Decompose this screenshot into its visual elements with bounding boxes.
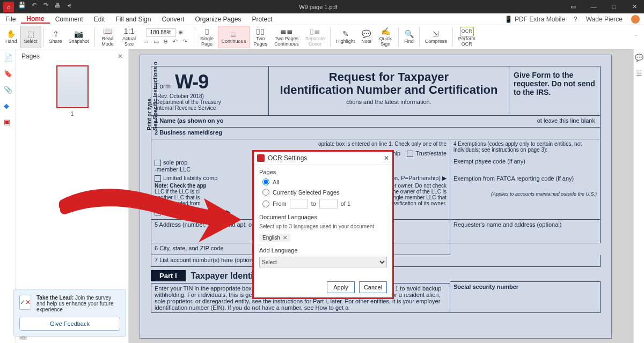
cover-icon: ▯≣ [310, 27, 320, 36]
separate-cover[interactable]: ▯≣Separate Cover [302, 26, 328, 48]
w9-ssn: Social security number [450, 281, 601, 313]
bookmarks-icon[interactable]: 🔖 [4, 70, 12, 78]
menu-convert[interactable]: Convert [156, 16, 189, 23]
rotate-right-icon[interactable]: ↷ [181, 38, 189, 46]
close-window-icon[interactable]: ✕ [625, 0, 644, 13]
apply-button[interactable]: Apply [327, 281, 355, 293]
give-feedback-button[interactable]: Give Feedback [19, 317, 120, 331]
fit-width-icon[interactable]: ↔ [142, 38, 151, 46]
select-icon: ⬚ [27, 29, 34, 39]
radio-all-input[interactable] [262, 178, 269, 185]
page-thumbnail-1[interactable] [56, 65, 89, 108]
hand-tool[interactable]: ✋Hand [2, 26, 20, 48]
w9-trust: Trust/estate [415, 150, 447, 156]
w9-line1: 1 Name (as shown on yo [155, 117, 223, 124]
share-icon[interactable]: ⪪ [65, 2, 73, 9]
continuous[interactable]: ≣Continuous [218, 26, 250, 48]
add-lang-select[interactable]: Select [259, 257, 387, 267]
lang-hint: Select up to 3 languages used in your do… [259, 223, 387, 229]
radio-from-input[interactable] [262, 200, 269, 207]
continuous-label: Continuous [222, 39, 246, 44]
lang-chip-english: English✕ [259, 234, 290, 242]
w9-note: Note: Check the app [155, 183, 207, 189]
actual-size[interactable]: 1:1Actual Size [119, 26, 140, 48]
home-icon[interactable]: ⌂ [3, 2, 14, 12]
collapse-ribbon-icon[interactable]: ˄ [635, 34, 642, 40]
thumbnails-icon[interactable]: 📄 [4, 54, 12, 62]
zoom-input[interactable] [147, 28, 175, 37]
redo-icon[interactable]: ↷ [42, 2, 49, 9]
attachments-icon[interactable]: 📎 [4, 86, 12, 94]
comments-panel-icon[interactable]: 💬 [635, 54, 643, 62]
feedback-title: Take the Lead: [36, 295, 74, 301]
radio-selected[interactable]: Currently Selected Pages [259, 189, 387, 196]
rotate-left-icon[interactable]: ↶ [171, 38, 180, 46]
radio-selected-input[interactable] [262, 189, 269, 196]
menu-protect[interactable]: Protect [247, 16, 278, 23]
single-label: Single Page [200, 36, 214, 47]
actual-label: Actual Size [122, 36, 136, 47]
snapshot-tool[interactable]: 📷Snapshot [65, 26, 92, 48]
two-pages[interactable]: ▯▯Two Pages [250, 26, 271, 48]
menu-edit[interactable]: Edit [89, 16, 111, 23]
w9-exempt-payee: Exempt payee code (if any) [453, 158, 597, 165]
feedback-icon: ✓✕ [19, 295, 31, 310]
feedback-prompt: ✓✕ Take the Lead: Join the survey and he… [13, 289, 126, 337]
chip-remove-icon[interactable]: ✕ [283, 235, 287, 241]
menu-home[interactable]: Home [21, 15, 49, 24]
w9-line2: 2 Business name/disreg [155, 129, 222, 136]
maximize-icon[interactable]: □ [604, 0, 624, 13]
mobile-link[interactable]: 📱 PDF Extra Mobile [500, 16, 569, 23]
w9-llc1: sole prop [163, 159, 187, 166]
nt4: classification of its owner. [386, 200, 447, 206]
note-icon: 💬 [362, 29, 371, 39]
chip-label: English [262, 235, 280, 241]
undo-icon[interactable]: ↶ [30, 2, 38, 9]
minimize-icon[interactable]: — [584, 0, 603, 13]
radio-all[interactable]: All [259, 178, 387, 185]
select-tool[interactable]: ⬚Select [20, 26, 41, 48]
menu-organize-pages[interactable]: Organize Pages [189, 16, 246, 23]
share-ribbon-icon: ⇪ [53, 29, 59, 39]
fit-page-icon[interactable]: ▭ [152, 38, 160, 46]
help-icon[interactable]: ? [569, 16, 582, 23]
share-tool[interactable]: ⇪Share [46, 26, 65, 48]
doc-lang-label: Document Languages [259, 214, 387, 220]
two-pages-continuous[interactable]: ≣≣Two Pages Continuous [271, 26, 302, 48]
menu-file[interactable]: File [0, 16, 21, 23]
w9-exempt-hdr: 4 Exemptions (codes apply only to certai… [453, 141, 597, 153]
read-mode[interactable]: 📖Read Mode [97, 26, 119, 48]
dialog-close-icon[interactable]: ✕ [384, 154, 389, 162]
to-page-input[interactable] [319, 199, 338, 208]
user-name[interactable]: Wade Pierce [582, 16, 627, 23]
note-label: Note [361, 39, 371, 44]
zoom-group: ⊕ ↔ ▭ ⊖ ↶ ↷ [140, 28, 192, 46]
presentation-icon[interactable]: ▭ [564, 0, 583, 13]
signatures-icon[interactable]: ▣ [4, 118, 12, 126]
continuous-icon: ≣ [230, 29, 237, 39]
quick-sign[interactable]: ✍Quick Sign [375, 26, 396, 48]
note-tool[interactable]: 💬Note [358, 26, 375, 48]
highlight-tool[interactable]: ✎Highlight [333, 26, 358, 48]
properties-panel-icon[interactable]: ☰ [636, 69, 642, 77]
menu-comment[interactable]: Comment [50, 16, 89, 23]
from-page-input[interactable] [290, 199, 308, 208]
compress-tool[interactable]: ⇲Compress [422, 26, 450, 48]
avatar[interactable] [631, 15, 640, 24]
find-tool[interactable]: 🔍Find [401, 26, 417, 48]
save-icon[interactable]: 💾 [18, 2, 26, 9]
layers-icon[interactable]: ◆ [4, 102, 12, 110]
ocr-label: Perform OCR [458, 36, 475, 47]
select-label: Select [24, 39, 38, 44]
zoom-out-icon[interactable]: ⊖ [162, 38, 170, 46]
print-icon[interactable]: 🖶 [54, 2, 61, 9]
perform-ocr[interactable]: OCRPerform OCR [455, 26, 479, 48]
menu-fill-sign[interactable]: Fill and Sign [110, 16, 156, 23]
hand-label: Hand [5, 39, 17, 44]
cancel-button[interactable]: Cancel [359, 281, 387, 293]
pages-close-icon[interactable]: ✕ [118, 53, 123, 60]
radio-from[interactable]: From to of 1 [259, 199, 387, 208]
zoom-in-icon[interactable]: ⊕ [177, 28, 185, 37]
w9-line1b: ot leave this line blank. [537, 117, 597, 124]
single-page[interactable]: ▯Single Page [196, 26, 218, 48]
